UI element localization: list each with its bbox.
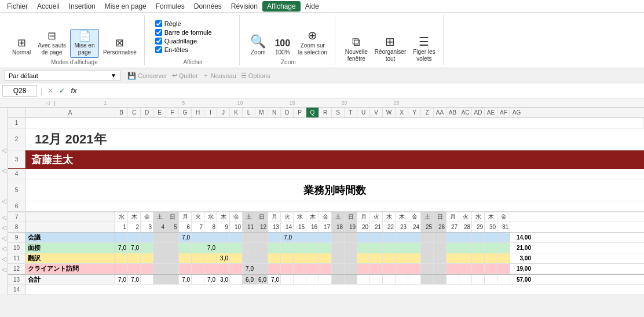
col-E[interactable]: E bbox=[153, 108, 166, 117]
formula-confirm-icon[interactable]: ✓ bbox=[57, 86, 67, 95]
col-C[interactable]: C bbox=[128, 108, 141, 117]
menu-fichier[interactable]: Fichier bbox=[2, 1, 32, 12]
reorganiser-label: Réorganisertout bbox=[375, 49, 406, 62]
col-N[interactable]: N bbox=[268, 108, 281, 117]
cell-10-label[interactable]: 面接 bbox=[25, 243, 115, 253]
col-Y[interactable]: Y bbox=[408, 108, 421, 117]
checkbox-quadrillage[interactable]: Quadrillage bbox=[155, 38, 212, 45]
cell-11-9[interactable]: 3,0 bbox=[217, 253, 230, 263]
col-O[interactable]: O bbox=[281, 108, 294, 117]
ribbon-btn-mise-en-page[interactable]: 📄 Mise enpage bbox=[70, 29, 99, 58]
ribbon-btn-zoom[interactable]: 🔍 Zoom bbox=[247, 34, 270, 58]
cell-13-2[interactable]: 7,0 bbox=[128, 275, 141, 284]
cell-10-1[interactable]: 7,0 bbox=[115, 243, 128, 253]
ribbon-btn-personnalise[interactable]: ⊠ Personnalisé bbox=[100, 36, 140, 58]
cell-13-11[interactable]: 6,0 bbox=[243, 275, 255, 284]
menu-accueil[interactable]: Accueil bbox=[32, 1, 64, 12]
cell-9-14[interactable]: 7,0 bbox=[281, 233, 294, 242]
ribbon-btn-normal[interactable]: ⊞ Normal bbox=[9, 36, 34, 58]
cell-9-6[interactable]: 7,0 bbox=[179, 233, 192, 242]
menu-affichage[interactable]: Affichage bbox=[262, 1, 301, 12]
col-Z[interactable]: Z bbox=[421, 108, 434, 117]
col-B[interactable]: B bbox=[115, 108, 128, 117]
ribbon-btn-figer[interactable]: ☰ Figer lesvolets bbox=[410, 34, 438, 64]
ribbon-btn-nouvelle-fenetre[interactable]: ⧉ Nouvellefenêtre bbox=[342, 34, 371, 64]
col-AG[interactable]: AG bbox=[510, 108, 523, 117]
cell-12-11[interactable]: 7,0 bbox=[243, 264, 255, 274]
col-AE[interactable]: AE bbox=[485, 108, 497, 117]
col-U[interactable]: U bbox=[357, 108, 370, 117]
cell-13-13[interactable]: 7,0 bbox=[268, 275, 281, 284]
sheet-options[interactable]: ☰ Options bbox=[241, 71, 270, 80]
col-R[interactable]: R bbox=[319, 108, 332, 117]
sheet-conserver[interactable]: 💾 Conserver bbox=[127, 71, 167, 80]
col-L[interactable]: L bbox=[243, 108, 255, 117]
cell-12-label[interactable]: クライアント訪問 bbox=[25, 264, 115, 274]
cell-7-mon4: 月 bbox=[447, 212, 459, 222]
cell-7-sun2: 日 bbox=[255, 212, 268, 222]
col-AF[interactable]: AF bbox=[497, 108, 510, 117]
col-AC[interactable]: AC bbox=[459, 108, 472, 117]
cell-11-label[interactable]: 翻訳 bbox=[25, 253, 115, 263]
col-X[interactable]: X bbox=[396, 108, 408, 117]
ribbon-btn-100[interactable]: 100 100% bbox=[271, 37, 294, 58]
cell-13-6[interactable]: 7,0 bbox=[179, 275, 192, 284]
menu-aide[interactable]: Aide bbox=[301, 1, 324, 12]
menu-mise-en-page[interactable]: Mise en page bbox=[100, 1, 151, 12]
checkbox-regle[interactable]: Règle bbox=[155, 20, 212, 27]
formula-input[interactable] bbox=[81, 86, 642, 96]
sheet-dropdown[interactable]: Par défaut ▼ bbox=[5, 71, 120, 81]
cell-8-29: 29 bbox=[472, 222, 485, 232]
col-H[interactable]: H bbox=[192, 108, 204, 117]
cell-13-8[interactable]: 7,0 bbox=[204, 275, 217, 284]
cell-10-2[interactable]: 7,0 bbox=[128, 243, 141, 253]
sheet-quitter[interactable]: ↩ Quitter bbox=[172, 71, 198, 80]
menu-formules[interactable]: Formules bbox=[151, 1, 189, 12]
cell-13-9[interactable]: 3,0 bbox=[217, 275, 230, 284]
cell-7-thu2: 木 bbox=[217, 212, 230, 222]
ribbon-btn-avec-sauts[interactable]: ⊟ Avec sautsde page bbox=[35, 29, 69, 58]
cell-13-12[interactable]: 6,0 bbox=[255, 275, 268, 284]
formula-cancel-icon[interactable]: ✕ bbox=[46, 86, 55, 95]
col-K[interactable]: K bbox=[230, 108, 243, 117]
cell-13-label[interactable]: 合計 bbox=[25, 275, 115, 284]
cell-7-sat1: 土 bbox=[153, 212, 166, 222]
checkbox-en-tetes[interactable]: En-têtes bbox=[155, 46, 212, 53]
col-D[interactable]: D bbox=[141, 108, 153, 117]
ribbon-btn-zoom-selection[interactable]: ⊕ Zoom surla sélection bbox=[295, 28, 330, 58]
col-I[interactable]: I bbox=[204, 108, 217, 117]
ribbon-btn-reorganiser[interactable]: ⊞ Réorganisertout bbox=[372, 34, 409, 64]
sheet-nouveau[interactable]: ＋ Nouveau bbox=[203, 71, 236, 80]
col-W[interactable]: W bbox=[383, 108, 396, 117]
cell-10-8[interactable]: 7,0 bbox=[204, 243, 217, 253]
col-A[interactable]: A bbox=[25, 108, 115, 117]
formula-fx-icon[interactable]: fx bbox=[69, 86, 79, 95]
col-F[interactable]: F bbox=[166, 108, 179, 117]
cell-12-12[interactable] bbox=[255, 264, 268, 274]
col-T[interactable]: T bbox=[345, 108, 357, 117]
cell-9-label[interactable]: 会議 bbox=[25, 233, 115, 242]
col-M[interactable]: M bbox=[255, 108, 268, 117]
col-V[interactable]: V bbox=[370, 108, 383, 117]
cell-ref-input[interactable] bbox=[2, 85, 37, 97]
col-AA[interactable]: AA bbox=[434, 108, 447, 117]
cell-13-1[interactable]: 7,0 bbox=[115, 275, 128, 284]
cell-7-thu1: 木 bbox=[128, 212, 141, 222]
col-AB[interactable]: AB bbox=[447, 108, 459, 117]
checkbox-barre-formule[interactable]: Barre de formule bbox=[155, 29, 212, 36]
col-P[interactable]: P bbox=[294, 108, 306, 117]
col-S[interactable]: S bbox=[332, 108, 345, 117]
col-J[interactable]: J bbox=[217, 108, 230, 117]
menu-revision[interactable]: Révision bbox=[226, 1, 262, 12]
menu-insertion[interactable]: Insertion bbox=[64, 1, 100, 12]
menu-donnees[interactable]: Données bbox=[189, 1, 226, 12]
cell-7-wed4: 水 bbox=[383, 212, 396, 222]
cell-7-total bbox=[510, 212, 533, 222]
cell-7-sun4: 日 bbox=[434, 212, 447, 222]
cell-name[interactable]: 斎藤圭太 bbox=[25, 150, 644, 168]
cell-section-title[interactable]: 業務別時間数 bbox=[25, 179, 644, 201]
col-AD[interactable]: AD bbox=[472, 108, 485, 117]
cell-title[interactable]: 12月 2021年 bbox=[25, 128, 644, 150]
col-Q[interactable]: Q bbox=[306, 108, 319, 117]
col-G[interactable]: G bbox=[179, 108, 192, 117]
